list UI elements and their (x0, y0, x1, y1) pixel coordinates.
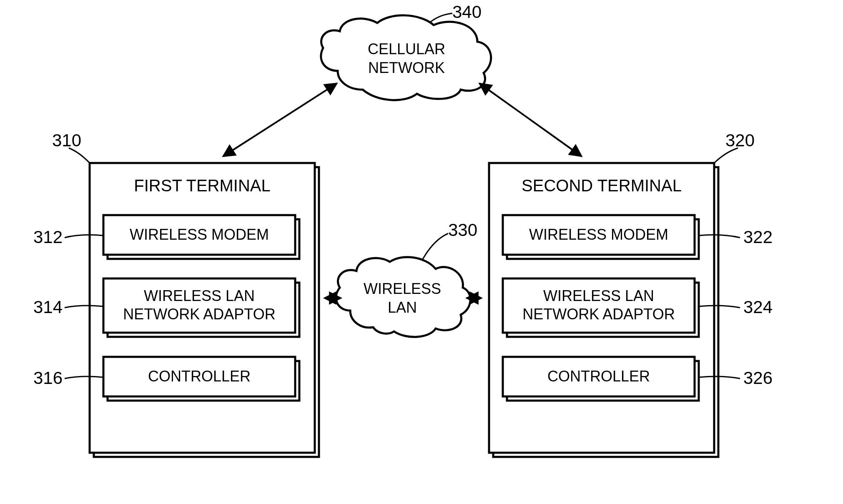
first-adaptor-label1: WIRELESS LAN (144, 287, 255, 304)
cellular-network-cloud: CELLULAR NETWORK (321, 15, 491, 100)
first-controller: CONTROLLER (103, 357, 299, 401)
ref-leader-320 (714, 148, 738, 163)
wlan-label-line1: WIRELESS (364, 280, 441, 297)
ref-320: 320 (725, 130, 755, 150)
second-terminal-title: SECOND TERMINAL (522, 176, 682, 195)
first-adaptor-label2: NETWORK ADAPTOR (123, 306, 275, 323)
wireless-lan-cloud: WIRELESS LAN (336, 257, 470, 337)
second-terminal: SECOND TERMINAL WIRELESS MODEM WIRELESS … (489, 163, 718, 457)
first-wireless-modem: WIRELESS MODEM (103, 215, 299, 259)
wlan-label-line2: LAN (388, 299, 417, 316)
first-controller-label: CONTROLLER (148, 368, 251, 385)
arrow-second-to-cellular (479, 83, 582, 156)
cellular-label-line1: CELLULAR (368, 40, 445, 58)
ref-326: 326 (743, 368, 773, 388)
second-wireless-modem: WIRELESS MODEM (503, 215, 699, 259)
first-terminal-title: FIRST TERMINAL (134, 176, 270, 195)
first-wlan-adaptor: WIRELESS LAN NETWORK ADAPTOR (103, 278, 299, 337)
first-modem-label: WIRELESS MODEM (130, 226, 269, 243)
second-adaptor-label1: WIRELESS LAN (543, 287, 654, 304)
ref-324: 324 (743, 297, 773, 317)
ref-310: 310 (52, 130, 81, 150)
ref-312: 312 (33, 227, 63, 247)
ref-316: 316 (33, 368, 63, 388)
second-controller: CONTROLLER (503, 357, 699, 401)
ref-leader-330 (422, 233, 448, 261)
ref-330: 330 (448, 220, 477, 240)
second-modem-label: WIRELESS MODEM (529, 226, 668, 243)
arrow-first-to-cellular (223, 83, 337, 156)
second-controller-label: CONTROLLER (547, 368, 650, 385)
ref-leader-310 (69, 148, 90, 163)
first-terminal: FIRST TERMINAL WIRELESS MODEM WIRELESS L… (90, 163, 319, 457)
cellular-label-line2: NETWORK (368, 59, 445, 76)
ref-314: 314 (33, 297, 63, 317)
ref-322: 322 (743, 227, 773, 247)
ref-340: 340 (452, 2, 482, 22)
second-wlan-adaptor: WIRELESS LAN NETWORK ADAPTOR (503, 278, 699, 337)
second-adaptor-label2: NETWORK ADAPTOR (522, 306, 675, 323)
